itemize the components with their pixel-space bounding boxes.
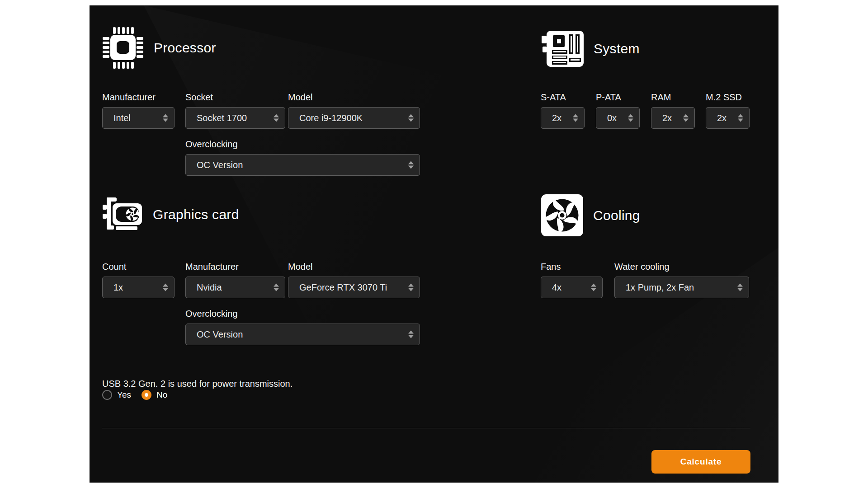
usb-radio-group: Yes No xyxy=(102,389,167,400)
system-sata-select[interactable]: 2x xyxy=(541,107,585,129)
select-arrows-icon xyxy=(738,114,743,122)
select-arrows-icon xyxy=(737,284,743,291)
system-m2ssd-select[interactable]: 2x xyxy=(706,107,750,129)
field-label: Overclocking xyxy=(185,140,420,149)
field-label: Model xyxy=(288,93,420,102)
select-arrows-icon xyxy=(163,284,168,291)
system-ram-field: RAM 2x xyxy=(651,93,695,129)
cooling-water-select[interactable]: 1x Pump, 2x Fan xyxy=(614,277,749,298)
section-title-processor: Processor xyxy=(154,40,216,56)
field-label: Manufacturer xyxy=(102,93,175,102)
select-arrows-icon xyxy=(274,114,279,122)
system-pata-select[interactable]: 0x xyxy=(596,107,640,129)
calculator-panel: Processor System xyxy=(90,5,778,483)
field-label: S-ATA xyxy=(541,93,585,102)
select-arrows-icon xyxy=(408,161,414,169)
graphics-count-field: Count 1x xyxy=(102,262,175,298)
field-label: RAM xyxy=(651,93,695,102)
processor-model-select[interactable]: Core i9-12900K xyxy=(288,107,420,129)
field-label: P-ATA xyxy=(596,93,640,102)
graphics-section-header: Graphics card xyxy=(100,195,239,234)
graphics-overclocking-field: Overclocking OC Version xyxy=(185,309,420,345)
section-title-system: System xyxy=(594,41,640,56)
select-arrows-icon xyxy=(163,114,168,122)
graphics-count-select[interactable]: 1x xyxy=(102,277,175,298)
system-section-header: System xyxy=(541,30,640,68)
section-title-graphics: Graphics card xyxy=(153,207,239,222)
system-ram-select[interactable]: 2x xyxy=(651,107,695,129)
graphics-model-field: Model GeForce RTX 3070 Ti xyxy=(288,262,420,298)
cooling-fans-field: Fans 4x xyxy=(541,262,603,298)
field-label: Model xyxy=(288,262,420,271)
field-label: M.2 SSD xyxy=(706,93,750,102)
select-arrows-icon xyxy=(408,284,414,291)
field-label: Count xyxy=(102,262,175,271)
cooling-fans-select[interactable]: 4x xyxy=(541,277,603,298)
processor-manufacturer-select[interactable]: Intel xyxy=(102,107,175,129)
select-arrows-icon xyxy=(573,114,578,122)
field-label: Socket xyxy=(185,93,285,102)
select-arrows-icon xyxy=(591,284,596,291)
cooling-section-header: Cooling xyxy=(541,194,640,236)
processor-overclocking-field: Overclocking OC Version xyxy=(185,140,420,176)
graphics-manufacturer-select[interactable]: Nvidia xyxy=(185,277,285,298)
field-label: Overclocking xyxy=(185,309,420,318)
graphics-overclocking-select[interactable]: OC Version xyxy=(185,324,420,345)
divider xyxy=(102,428,750,428)
processor-model-field: Model Core i9-12900K xyxy=(288,93,420,129)
processor-socket-select[interactable]: Socket 1700 xyxy=(185,107,285,129)
processor-socket-field: Socket Socket 1700 xyxy=(185,93,285,129)
radio-no[interactable] xyxy=(142,390,151,400)
fan-icon xyxy=(541,194,583,236)
select-arrows-icon xyxy=(274,284,279,291)
select-arrows-icon xyxy=(408,331,414,338)
motherboard-icon xyxy=(541,30,584,67)
field-label: Fans xyxy=(541,262,603,271)
usb-question-text: USB 3.2 Gen. 2 is used for power transmi… xyxy=(102,379,292,389)
field-label: Water cooling xyxy=(614,262,749,271)
select-arrows-icon xyxy=(628,114,633,122)
processor-manufacturer-field: Manufacturer Intel xyxy=(102,93,175,129)
field-label: Manufacturer xyxy=(185,262,285,271)
system-m2ssd-field: M.2 SSD 2x xyxy=(706,93,750,129)
cooling-water-field: Water cooling 1x Pump, 2x Fan xyxy=(614,262,749,298)
radio-yes[interactable] xyxy=(102,390,112,400)
system-pata-field: P-ATA 0x xyxy=(596,93,640,129)
gpu-icon xyxy=(100,196,144,234)
select-arrows-icon xyxy=(683,114,689,122)
system-sata-field: S-ATA 2x xyxy=(541,93,585,129)
graphics-model-select[interactable]: GeForce RTX 3070 Ti xyxy=(288,277,420,298)
cpu-icon xyxy=(101,25,145,71)
calculate-button[interactable]: Calculate xyxy=(651,450,750,474)
radio-no-label[interactable]: No xyxy=(156,390,167,400)
page: Processor System xyxy=(0,0,868,488)
graphics-manufacturer-field: Manufacturer Nvidia xyxy=(185,262,285,298)
processor-overclocking-select[interactable]: OC Version xyxy=(185,154,420,176)
select-arrows-icon xyxy=(408,114,414,122)
processor-section-header: Processor xyxy=(101,24,216,71)
section-title-cooling: Cooling xyxy=(593,208,640,223)
radio-yes-label[interactable]: Yes xyxy=(117,390,131,400)
